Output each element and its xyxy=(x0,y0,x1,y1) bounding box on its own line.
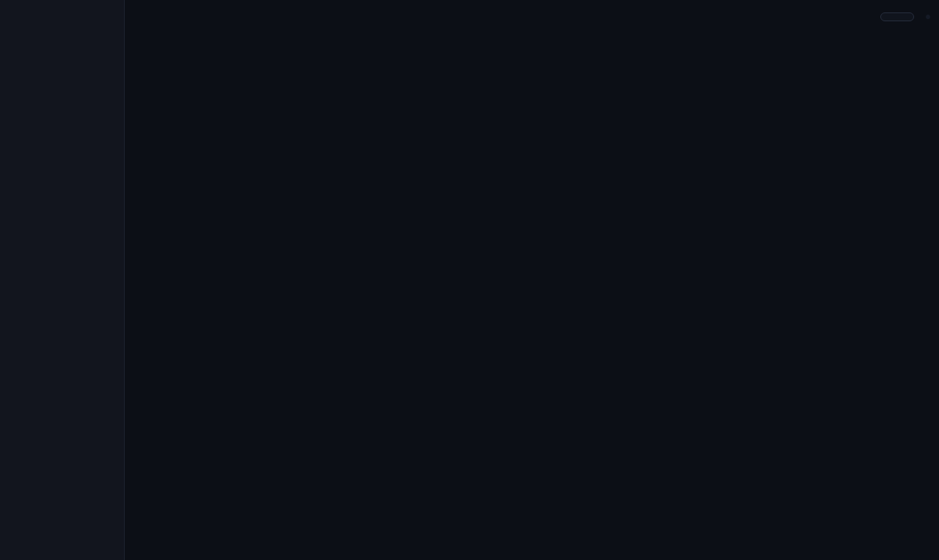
view-mode-switcher xyxy=(926,15,930,19)
sidebar-logo-row xyxy=(0,0,124,16)
group-by-select[interactable] xyxy=(880,12,914,21)
topbar-controls xyxy=(873,12,930,21)
topbar xyxy=(134,0,930,33)
main-content xyxy=(125,0,939,560)
sidebar xyxy=(0,0,125,560)
app-root xyxy=(0,0,939,560)
